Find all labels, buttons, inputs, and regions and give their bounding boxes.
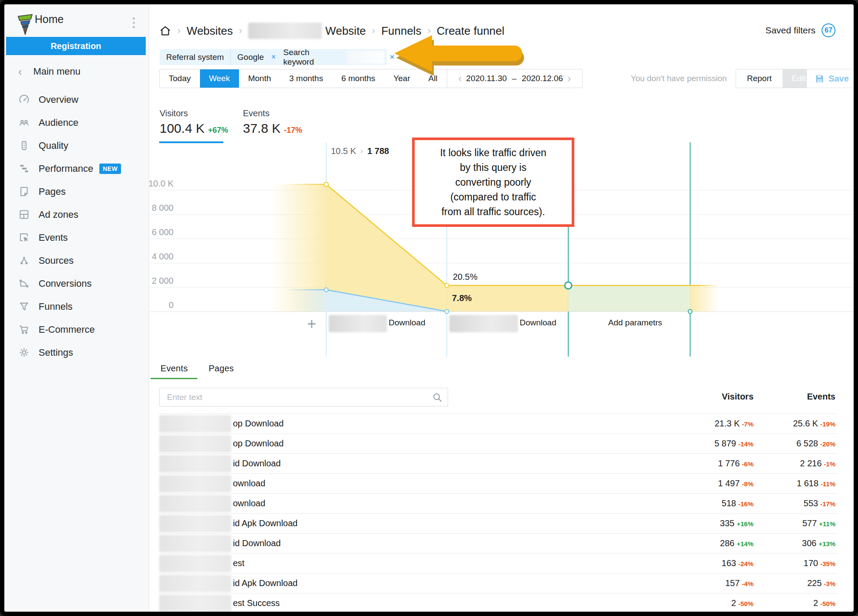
- table-row[interactable]: id Apk Download 335+16% 577+11%: [159, 513, 837, 533]
- range-week[interactable]: Week: [200, 69, 239, 88]
- date-range-tabs: Today Week Month 3 months 6 months Year …: [159, 69, 583, 88]
- home-icon[interactable]: [159, 25, 171, 37]
- active-tab-underline: [151, 378, 197, 379]
- search-input[interactable]: [166, 388, 426, 406]
- sidebar-item-conversions[interactable]: Conversions: [4, 272, 149, 295]
- visitors-change: +67%: [208, 126, 228, 134]
- event-name: op Download: [233, 419, 284, 429]
- table-row[interactable]: id Apk Download 157-4% 225-3%: [159, 573, 837, 593]
- table-row[interactable]: est Success 2-50% 2-50%: [159, 593, 837, 612]
- network-icon: [18, 255, 30, 266]
- table-row[interactable]: id Download 1 776-6% 2 216-1%: [159, 453, 837, 473]
- event-name: est: [233, 558, 245, 568]
- table-row[interactable]: est 163-24% 170-35%: [159, 553, 837, 573]
- step4-handle: [688, 310, 692, 314]
- range-6months[interactable]: 6 months: [332, 69, 384, 88]
- permission-note: You don't have permission: [631, 74, 727, 83]
- table-row[interactable]: op Download 21.3 K-7% 25.6 K-19%: [159, 413, 837, 433]
- gauge-icon: [18, 94, 30, 105]
- chip-label: Referral system: [160, 52, 230, 62]
- chevron-left-icon: ‹: [18, 66, 22, 77]
- blurred-event-name: [159, 515, 231, 532]
- ad-layout-icon: [18, 209, 30, 220]
- kebab-menu-icon[interactable]: [133, 17, 135, 28]
- table-row[interactable]: ownload 518-16% 553-17%: [159, 493, 837, 513]
- annotation-callout: It looks like traffic driven by this que…: [412, 138, 574, 227]
- range-all[interactable]: All: [419, 69, 446, 88]
- step1-label[interactable]: Download: [389, 318, 426, 328]
- stat-events[interactable]: Events 37.8 K-17%: [243, 108, 302, 136]
- table-row[interactable]: op Download 5 879-14% 6 528-20%: [159, 433, 837, 453]
- detail-tabs: Events Pages: [160, 364, 234, 374]
- sidebar-item-funnels[interactable]: Funnels: [4, 295, 149, 318]
- sidebar-item-ecommerce[interactable]: E-Commerce: [4, 318, 149, 341]
- range-today[interactable]: Today: [160, 69, 200, 88]
- breadcrumb-sep: ›: [177, 25, 180, 36]
- event-name: id Apk Download: [233, 578, 298, 588]
- sidebar-item-sources[interactable]: Sources: [4, 249, 149, 272]
- sidebar-item-performance[interactable]: Performance NEW: [4, 157, 149, 180]
- date-to[interactable]: 2020.12.06: [522, 74, 563, 83]
- filter-chip-referral[interactable]: Referral system Google ×: [160, 49, 281, 65]
- registration-button[interactable]: Registration: [6, 37, 146, 55]
- blurred-event-name: [159, 595, 231, 612]
- range-year[interactable]: Year: [384, 69, 419, 88]
- sidebar-item-quality[interactable]: Quality: [4, 134, 149, 157]
- tab-pages[interactable]: Pages: [209, 364, 234, 374]
- step2-label[interactable]: Download: [520, 318, 557, 328]
- range-month[interactable]: Month: [239, 69, 280, 88]
- close-icon[interactable]: ×: [390, 52, 395, 62]
- filter-chip-keyword[interactable]: Search keyword: [277, 49, 387, 65]
- blurred-event-name: [159, 455, 231, 472]
- selected-segment-area: [568, 285, 690, 311]
- sidebar-menu: Overview Audience Quality Performance NE…: [4, 88, 149, 364]
- saved-filters[interactable]: Saved filters 67: [765, 23, 835, 37]
- range-3months[interactable]: 3 months: [280, 69, 332, 88]
- breadcrumb-sep: ›: [427, 25, 430, 36]
- breadcrumb-websites[interactable]: Websites: [187, 24, 233, 38]
- report-edit-group: Report Edit: [736, 69, 815, 88]
- breadcrumb-site[interactable]: Website: [325, 24, 366, 38]
- cursor-box-icon: [18, 232, 30, 243]
- table-row[interactable]: ownload 1 497-8% 1 618-11%: [159, 473, 837, 493]
- report-button[interactable]: Report: [736, 69, 783, 88]
- event-name: id Download: [233, 538, 281, 548]
- blurred-event-name: [159, 435, 231, 452]
- new-badge: NEW: [99, 164, 121, 174]
- sidebar-home-title[interactable]: Home: [35, 13, 64, 26]
- step3-add-parameters[interactable]: Add parametrs: [608, 318, 662, 328]
- events-point-step2: [445, 310, 449, 314]
- chevron-left-icon[interactable]: ‹: [458, 72, 462, 85]
- blurred-keyword-value: [346, 51, 384, 64]
- date-from[interactable]: 2020.11.30: [466, 74, 507, 83]
- sidebar-item-settings[interactable]: Settings: [4, 341, 149, 364]
- table-row[interactable]: id Download 286+14% 306+13%: [159, 533, 837, 553]
- event-name: ownload: [233, 498, 265, 508]
- sidebar-item-audience[interactable]: Audience: [4, 111, 149, 134]
- sidebar-item-pages[interactable]: Pages: [4, 180, 149, 203]
- breadcrumb-funnels[interactable]: Funnels: [381, 24, 422, 38]
- app-logo-icon: [16, 13, 35, 36]
- saved-filters-label: Saved filters: [765, 25, 815, 36]
- visitors-point-step1: [324, 182, 328, 187]
- search-icon[interactable]: [432, 392, 442, 403]
- chip-value: Google: [231, 52, 270, 62]
- blurred-event-name: [159, 555, 231, 572]
- saved-filters-count-badge: 67: [822, 23, 835, 37]
- column-header-events[interactable]: Events: [783, 392, 835, 402]
- stat-visitors[interactable]: Visitors 100.4 K+67%: [160, 108, 228, 136]
- save-button[interactable]: Save: [806, 69, 854, 88]
- visitors-point-step2: [445, 283, 449, 288]
- sidebar-item-events[interactable]: Events: [4, 226, 149, 249]
- blurred-event-name: [159, 495, 231, 512]
- step1-events: 1 788: [367, 146, 389, 156]
- sidebar-item-overview[interactable]: Overview: [4, 88, 149, 111]
- tab-events[interactable]: Events: [160, 364, 188, 374]
- main-menu-back[interactable]: ‹ Main menu: [4, 64, 149, 79]
- step1-visitors: 10.5 K: [331, 146, 356, 156]
- add-step-button[interactable]: +: [307, 315, 316, 333]
- chevron-right-icon[interactable]: ›: [567, 72, 571, 85]
- sidebar-item-ad-zones[interactable]: Ad zones: [4, 203, 149, 226]
- column-header-visitors[interactable]: Visitors: [701, 392, 753, 402]
- breadcrumb-current: Create funnel: [437, 24, 504, 38]
